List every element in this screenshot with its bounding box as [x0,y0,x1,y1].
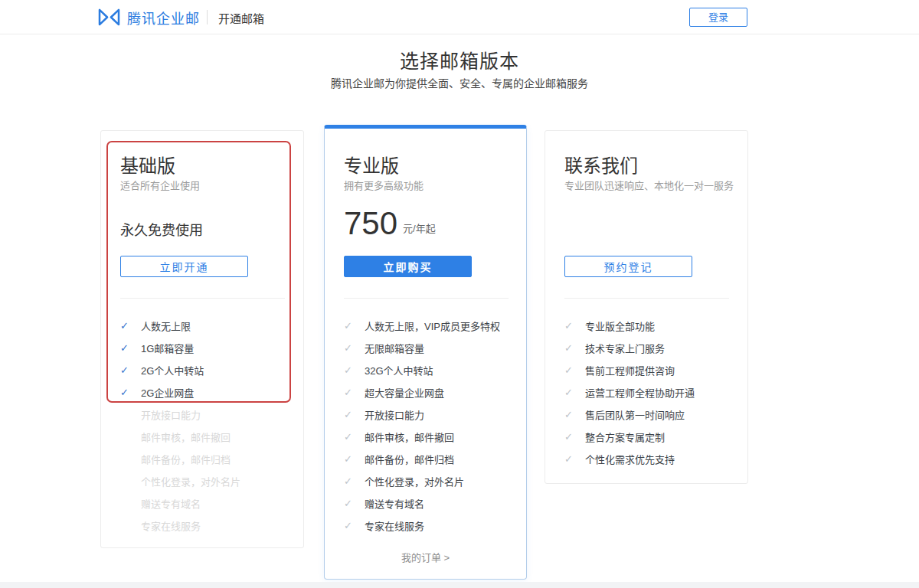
plan-card-pro: 专业版 拥有更多高级功能 750 元/年起 立即购买 ✓人数无上限，VIP成员更… [324,125,527,580]
feature-row: ✓赠送专有域名 [120,492,289,514]
page-title: 选择邮箱版本 [0,46,919,74]
feature-row: ✓1G邮箱容量 [120,337,289,359]
check-icon: ✓ [344,520,355,531]
feature-row: ✓专家在线服务 [344,514,512,537]
feature-row: ✓邮件审核，邮件撤回 [344,426,512,448]
feature-label: 专业版全部功能 [585,318,655,333]
cta-button-contact[interactable]: 预约登记 [564,256,692,277]
plan-card-basic: 基础版 适合所有企业使用 永久免费使用 立即开通 ✓人数无上限✓1G邮箱容量✓2… [100,130,304,548]
feature-label: 技术专家上门服务 [585,341,665,355]
my-orders-link[interactable]: 我的订单 > [325,550,526,564]
exmail-logo-icon [97,8,121,27]
feature-label: 整合方案专属定制 [585,430,665,444]
plan-subtitle: 适合所有企业使用 [120,178,200,192]
feature-label: 个性化需求优先支持 [585,452,675,466]
feature-label: 开放接口能力 [141,407,201,422]
check-icon: ✓ [344,431,355,443]
feature-label: 超大容量企业网盘 [365,385,444,400]
cta-button-basic[interactable]: 立即开通 [120,256,248,277]
feature-list: ✓人数无上限，VIP成员更多特权✓无限邮箱容量✓32G个人中转站✓超大容量企业网… [344,315,512,537]
feature-label: 无限邮箱容量 [365,341,424,355]
feature-label: 运营工程师全程协助开通 [585,385,695,400]
page-nav-title: 开通邮箱 [218,10,264,26]
feature-label: 2G个人中转站 [141,363,204,377]
feature-row: ✓邮件备份，邮件归档 [120,448,289,470]
feature-row: ✓超大容量企业网盘 [344,381,512,403]
feature-list: ✓专业版全部功能✓技术专家上门服务✓售前工程师提供咨询✓运营工程师全程协助开通✓… [564,315,733,470]
feature-label: 售后团队第一时间响应 [585,407,685,422]
feature-label: 赠送专有域名 [141,496,201,511]
check-icon: ✓ [120,320,131,332]
plan-subtitle: 拥有更多高级功能 [344,178,424,192]
plan-card-contact: 联系我们 专业团队迅速响应、本地化一对一服务 预约登记 ✓专业版全部功能✓技术专… [545,130,748,484]
check-icon: ✓ [344,387,355,398]
check-icon: ✓ [120,387,131,398]
plan-price: 永久免费使用 [120,219,203,239]
feature-row: ✓邮件审核，邮件撤回 [120,426,289,448]
check-icon: ✓ [564,364,575,376]
feature-row: ✓专家在线服务 [120,514,289,537]
check-icon: ✓ [564,320,575,332]
feature-label: 1G邮箱容量 [141,341,194,355]
feature-label: 售前工程师提供咨询 [585,363,675,377]
check-icon: ✓ [564,387,575,398]
cta-button-pro[interactable]: 立即购买 [344,256,472,277]
check-icon: ✓ [344,453,355,465]
feature-row: ✓售前工程师提供咨询 [564,359,733,381]
feature-row: ✓邮件备份，邮件归档 [344,448,512,470]
feature-row: ✓赠送专有域名 [344,492,512,514]
check-icon: ✓ [120,342,131,354]
plan-title: 基础版 [120,151,175,178]
feature-row: ✓开放接口能力 [120,403,289,426]
card-divider [564,298,729,299]
feature-label: 2G企业网盘 [141,385,194,400]
feature-row: ✓32G个人中转站 [344,359,512,381]
feature-label: 邮件审核，邮件撤回 [141,430,231,444]
feature-row: ✓个性化登录，对外名片 [120,470,289,492]
feature-row: ✓人数无上限，VIP成员更多特权 [344,315,512,337]
plan-subtitle: 专业团队迅速响应、本地化一对一服务 [564,178,734,192]
feature-row: ✓整合方案专属定制 [564,426,733,448]
page-subtitle: 腾讯企业邮为你提供全面、安全、专属的企业邮箱服务 [0,75,919,90]
feature-row: ✓人数无上限 [120,315,289,337]
check-icon: ✓ [344,498,355,509]
login-button[interactable]: 登录 [689,8,747,27]
feature-label: 人数无上限 [141,318,191,333]
feature-label: 32G个人中转站 [365,363,433,377]
feature-row: ✓技术专家上门服务 [564,337,733,359]
feature-row: ✓开放接口能力 [344,403,512,426]
feature-label: 专家在线服务 [365,518,424,533]
check-icon: ✓ [564,342,575,354]
plan-title: 联系我们 [564,151,638,178]
check-icon: ✓ [564,409,575,420]
logo-link[interactable]: 腾讯企业邮 [97,7,200,28]
feature-row: ✓无限邮箱容量 [344,337,512,359]
feature-label: 赠送专有域名 [365,496,424,511]
check-icon: ✓ [344,320,355,332]
card-divider [344,298,509,299]
header-divider [207,10,208,24]
price-unit: 元/年起 [403,220,436,239]
feature-label: 人数无上限，VIP成员更多特权 [365,318,500,333]
feature-label: 邮件备份，邮件归档 [365,452,454,466]
feature-list: ✓人数无上限✓1G邮箱容量✓2G个人中转站✓2G企业网盘✓开放接口能力✓邮件审核… [120,315,289,537]
check-icon: ✓ [120,364,131,376]
feature-label: 邮件审核，邮件撤回 [365,430,454,444]
check-icon: ✓ [564,453,575,465]
feature-row: ✓售后团队第一时间响应 [564,403,733,426]
feature-label: 邮件备份，邮件归档 [141,452,231,466]
plan-price: 750 元/年起 [344,208,436,239]
feature-row: ✓2G个人中转站 [120,359,289,381]
top-header: 腾讯企业邮 开通邮箱 登录 [0,0,919,34]
check-icon: ✓ [344,342,355,354]
feature-row: ✓专业版全部功能 [564,315,733,337]
check-icon: ✓ [344,475,355,487]
price-number: 750 [344,208,397,239]
price-text: 永久免费使用 [120,219,203,239]
footer-strip [0,582,919,588]
feature-label: 个性化登录，对外名片 [365,474,464,488]
feature-label: 专家在线服务 [141,518,201,533]
feature-label: 个性化登录，对外名片 [141,474,240,488]
feature-row: ✓个性化登录，对外名片 [344,470,512,492]
card-divider [120,298,285,299]
